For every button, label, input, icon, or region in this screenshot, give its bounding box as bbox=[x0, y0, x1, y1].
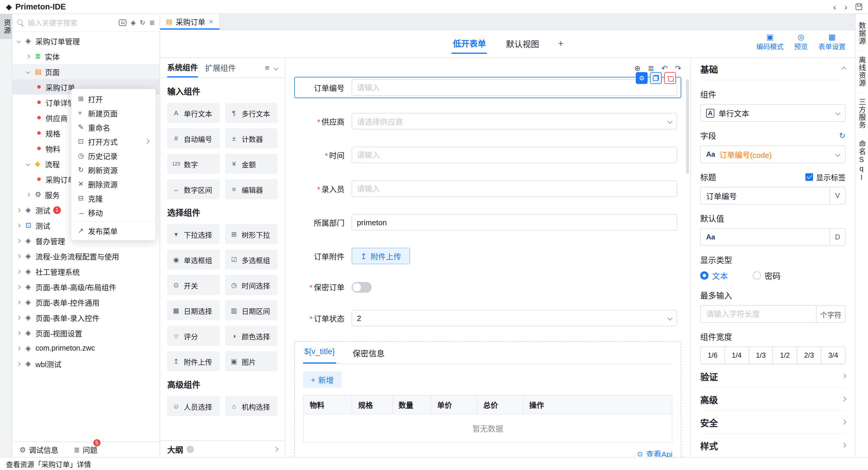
palette-item-user-picker[interactable]: ☺人员选择 bbox=[167, 396, 220, 416]
palette-item-date-picker[interactable]: ▦日期选择 bbox=[167, 300, 220, 320]
refresh-field-icon[interactable]: ↻ bbox=[839, 131, 845, 140]
props-section-security[interactable]: 安全 bbox=[700, 410, 845, 433]
add-row-button[interactable]: + 新增 bbox=[303, 371, 341, 388]
palette-item-rating[interactable]: ☆评分 bbox=[167, 326, 220, 346]
tree-item-form-layout[interactable]: ◈ 页面-表单-高级/布局组件 bbox=[12, 279, 159, 294]
props-section-style[interactable]: 样式 bbox=[700, 433, 845, 457]
forward-icon[interactable]: › bbox=[844, 2, 847, 11]
radio-text[interactable]: 文本 bbox=[700, 270, 728, 282]
rail-tab-resources[interactable]: 资源 bbox=[0, 14, 12, 39]
tree-item-entities[interactable]: ≣ 实体 bbox=[12, 49, 159, 64]
palette-item-color-picker[interactable]: ◑颜色选择 bbox=[225, 326, 278, 346]
tab-extended-components[interactable]: 扩展组件 bbox=[205, 58, 236, 78]
search-input[interactable] bbox=[28, 19, 116, 27]
form-field-order-code[interactable]: ⚙ 订单编号 bbox=[294, 77, 681, 98]
menu-item-open-with[interactable]: ⊡ 打开方式 bbox=[71, 134, 155, 148]
menu-item-open[interactable]: ⊞ 打开 bbox=[71, 92, 155, 106]
i18n-globe-icon[interactable]: ⊕ bbox=[634, 64, 641, 72]
view-tab-default-view[interactable]: 默认视图 bbox=[505, 34, 540, 53]
caret-right-icon[interactable] bbox=[27, 193, 35, 196]
caret-right-icon[interactable] bbox=[17, 255, 25, 258]
form-settings-button[interactable]: ▦ 表单设置 bbox=[818, 33, 845, 51]
menu-item-delete-resource[interactable]: ✕ 删除资源 bbox=[71, 177, 155, 191]
upload-button[interactable]: ↥ 附件上传 bbox=[351, 248, 410, 264]
variable-picker-button[interactable]: V bbox=[830, 187, 845, 204]
rail-tab-offline-resources[interactable]: 离线资源 bbox=[857, 51, 867, 93]
subpanel-tab-vtitle[interactable]: ${v_title} bbox=[303, 342, 336, 363]
palette-item-editor[interactable]: ≡编辑器 bbox=[225, 179, 278, 199]
doc-tab-purchase-order[interactable]: ▤ 采购订单 × bbox=[160, 14, 220, 30]
department-input[interactable] bbox=[351, 214, 677, 231]
recorder-input[interactable] bbox=[351, 180, 677, 197]
tree-item-purchase-mgmt[interactable]: ◈ 采购订单管理 bbox=[12, 33, 159, 49]
menu-item-new-page[interactable]: + 新建页面 bbox=[71, 106, 155, 120]
width-option-1-4[interactable]: 1/4 bbox=[724, 347, 749, 363]
rail-tab-named-sql[interactable]: 命名Sql bbox=[857, 135, 867, 187]
form-field-department[interactable]: 所属部门 bbox=[294, 212, 681, 233]
palette-item-time-picker[interactable]: ◷时间选择 bbox=[225, 275, 278, 295]
undo-icon[interactable]: ↶ bbox=[661, 64, 668, 72]
props-section-advanced[interactable]: 高级 bbox=[700, 387, 845, 410]
debug-info-button[interactable]: ⚙ 调试信息 bbox=[20, 444, 59, 455]
caret-right-icon[interactable] bbox=[17, 347, 25, 350]
canvas-scrollbar[interactable] bbox=[686, 79, 689, 174]
component-type-select[interactable]: A 单行文本 bbox=[700, 104, 845, 122]
palette-menu-icon[interactable]: ≡ bbox=[265, 63, 270, 72]
tree-item-flow-config[interactable]: ◈ 流程-业务流程配置与使用 bbox=[12, 248, 159, 264]
palette-item-counter[interactable]: ±计数器 bbox=[225, 128, 278, 148]
menu-item-refresh-resource[interactable]: ↻ 刷新资源 bbox=[71, 163, 155, 177]
palette-item-number[interactable]: 123数字 bbox=[167, 154, 220, 174]
max-length-input[interactable] bbox=[701, 310, 816, 318]
width-option-1-6[interactable]: 1/6 bbox=[701, 347, 724, 363]
form-field-secret-order[interactable]: *保密订单 bbox=[294, 279, 681, 295]
palette-item-date-range[interactable]: ▥日期区间 bbox=[225, 300, 278, 320]
field-copy-button[interactable] bbox=[650, 72, 662, 84]
rail-tab-third-party-services[interactable]: 三方服务 bbox=[857, 93, 867, 135]
palette-item-number-range[interactable]: ↔数字区间 bbox=[167, 179, 220, 199]
ai-assistant-icon[interactable]: AI bbox=[119, 20, 126, 26]
caret-right-icon[interactable] bbox=[17, 208, 25, 211]
refresh-icon[interactable]: ↻ bbox=[140, 20, 145, 26]
caret-right-icon[interactable] bbox=[17, 301, 25, 303]
caret-right-icon[interactable] bbox=[27, 55, 35, 58]
form-field-attachment[interactable]: 订单附件 ↥ 附件上传 bbox=[294, 245, 681, 267]
collapse-palette-icon[interactable] bbox=[274, 65, 279, 70]
tab-system-components[interactable]: 系统组件 bbox=[167, 58, 198, 78]
title-input[interactable] bbox=[701, 191, 830, 200]
save-icon[interactable] bbox=[856, 4, 862, 10]
width-option-3-4[interactable]: 3/4 bbox=[821, 347, 845, 363]
caret-right-icon[interactable] bbox=[17, 285, 25, 288]
caret-right-icon[interactable] bbox=[17, 224, 25, 227]
outline-panel-toggle[interactable]: 大纲 i bbox=[160, 440, 285, 457]
palette-item-file-upload[interactable]: ↥附件上传 bbox=[167, 351, 220, 371]
palette-item-org-picker[interactable]: ⌂机构选择 bbox=[225, 396, 278, 416]
palette-item-dropdown[interactable]: ▾下拉选择 bbox=[167, 224, 220, 244]
props-section-basic[interactable]: 基础 bbox=[700, 58, 845, 80]
caret-down-icon[interactable] bbox=[17, 39, 25, 42]
menu-item-history[interactable]: ◷ 历史记录 bbox=[71, 148, 155, 163]
time-input[interactable] bbox=[351, 147, 677, 163]
caret-right-icon[interactable] bbox=[17, 331, 25, 334]
caret-right-icon[interactable] bbox=[17, 316, 25, 319]
palette-item-multi-line-text[interactable]: ¶多行文本 bbox=[225, 103, 278, 123]
tree-item-pages[interactable]: ▤ 页面 bbox=[12, 64, 159, 79]
preview-button[interactable]: ◎ 预览 bbox=[794, 33, 808, 51]
view-api-link[interactable]: ⊙ 查看Api bbox=[303, 448, 673, 457]
props-section-validation[interactable]: 验证 bbox=[700, 364, 845, 387]
menu-item-rename[interactable]: ✎ 重命名 bbox=[71, 120, 155, 134]
palette-item-tree-dropdown[interactable]: ⊞树形下拉 bbox=[225, 224, 278, 244]
menu-item-move[interactable]: ↔ 移动 bbox=[71, 205, 155, 219]
redo-icon[interactable]: ↷ bbox=[675, 64, 681, 72]
form-field-recorder[interactable]: *录入员 bbox=[294, 178, 681, 199]
width-option-1-2[interactable]: 1/2 bbox=[773, 347, 797, 363]
palette-item-checkbox-group[interactable]: ☑多选框组 bbox=[225, 249, 278, 270]
width-option-2-3[interactable]: 2/3 bbox=[797, 347, 821, 363]
view-tab-lowcode-form[interactable]: 低开表单 bbox=[452, 34, 487, 54]
sort-icon[interactable]: ≣ bbox=[150, 20, 155, 26]
form-field-time[interactable]: *时间 bbox=[294, 144, 681, 166]
field-binding-select[interactable]: Aa 订单编号(code) bbox=[700, 145, 845, 163]
palette-item-radio-group[interactable]: ◉单选框组 bbox=[167, 249, 220, 270]
tree-item-com-primeton-zwc[interactable]: ◈ com.primeton.zwc bbox=[12, 341, 159, 356]
tree-item-form-input[interactable]: ◈ 页面-表单-录入控件 bbox=[12, 310, 159, 325]
order-code-input[interactable] bbox=[351, 79, 677, 96]
